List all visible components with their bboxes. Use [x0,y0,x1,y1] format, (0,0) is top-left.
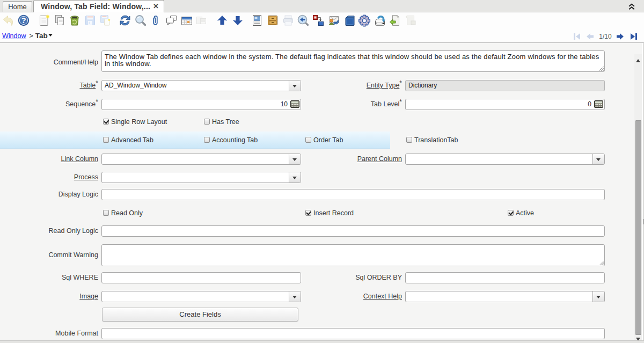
svg-text:?: ? [21,16,26,25]
